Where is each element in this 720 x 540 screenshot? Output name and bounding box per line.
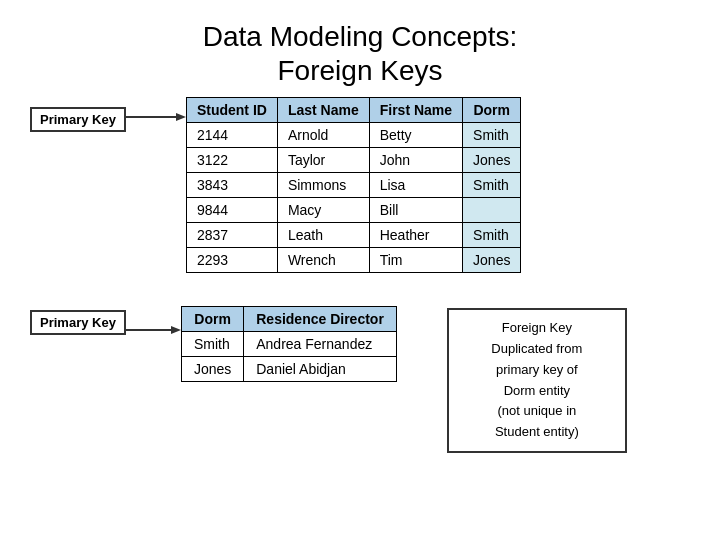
- primary-key-label-bottom: Primary Key: [30, 310, 126, 335]
- student-table-cell: 3843: [186, 173, 277, 198]
- student-table-cell: Jones: [463, 148, 521, 173]
- student-table-cell: Wrench: [277, 248, 369, 273]
- student-table-cell: 2293: [186, 248, 277, 273]
- student-table-row: 2837LeathHeatherSmith: [186, 223, 521, 248]
- dorm-table: Dorm Residence Director SmithAndrea Fern…: [181, 306, 397, 382]
- pk-connector-bottom: [126, 318, 181, 348]
- svg-marker-1: [176, 113, 186, 121]
- student-table-row: 9844MacyBill: [186, 198, 521, 223]
- student-table-cell: John: [369, 148, 462, 173]
- student-table-cell: 9844: [186, 198, 277, 223]
- dorm-table-cell: Smith: [181, 332, 243, 357]
- dorm-table-header-director: Residence Director: [244, 307, 397, 332]
- dorm-table-row: JonesDaniel Abidjan: [181, 357, 396, 382]
- pk-connector-top: [126, 105, 186, 135]
- student-table-cell: Smith: [463, 173, 521, 198]
- student-table-row: 3122TaylorJohnJones: [186, 148, 521, 173]
- student-table-cell: Betty: [369, 123, 462, 148]
- student-table-header-id: Student ID: [186, 98, 277, 123]
- fk-note: Foreign Key Duplicated from primary key …: [447, 308, 627, 453]
- student-table-cell: Lisa: [369, 173, 462, 198]
- student-table-row: 2293WrenchTimJones: [186, 248, 521, 273]
- dorm-table-row: SmithAndrea Fernandez: [181, 332, 396, 357]
- student-table-cell: 3122: [186, 148, 277, 173]
- dorm-table-cell: Jones: [181, 357, 243, 382]
- student-table-cell: Macy: [277, 198, 369, 223]
- dorm-table-cell: Daniel Abidjan: [244, 357, 397, 382]
- dorm-table-cell: Andrea Fernandez: [244, 332, 397, 357]
- student-table: Student ID Last Name First Name Dorm 214…: [186, 97, 522, 273]
- svg-marker-3: [171, 326, 181, 334]
- student-table-cell: 2837: [186, 223, 277, 248]
- student-table-cell: Arnold: [277, 123, 369, 148]
- student-table-cell: Bill: [369, 198, 462, 223]
- student-table-cell: 2144: [186, 123, 277, 148]
- dorm-table-header-dorm: Dorm: [181, 307, 243, 332]
- student-table-header-dorm: Dorm: [463, 98, 521, 123]
- student-table-header-lastname: Last Name: [277, 98, 369, 123]
- page-title: Data Modeling Concepts: Foreign Keys: [0, 0, 720, 97]
- student-table-cell: Simmons: [277, 173, 369, 198]
- student-table-cell: Taylor: [277, 148, 369, 173]
- primary-key-label-top: Primary Key: [30, 107, 126, 132]
- student-table-cell: [463, 198, 521, 223]
- student-table-row: 2144ArnoldBettySmith: [186, 123, 521, 148]
- student-table-cell: Smith: [463, 123, 521, 148]
- student-table-row: 3843SimmonsLisaSmith: [186, 173, 521, 198]
- student-table-cell: Smith: [463, 223, 521, 248]
- student-table-cell: Leath: [277, 223, 369, 248]
- student-table-header-firstname: First Name: [369, 98, 462, 123]
- student-table-cell: Tim: [369, 248, 462, 273]
- student-table-cell: Jones: [463, 248, 521, 273]
- student-table-cell: Heather: [369, 223, 462, 248]
